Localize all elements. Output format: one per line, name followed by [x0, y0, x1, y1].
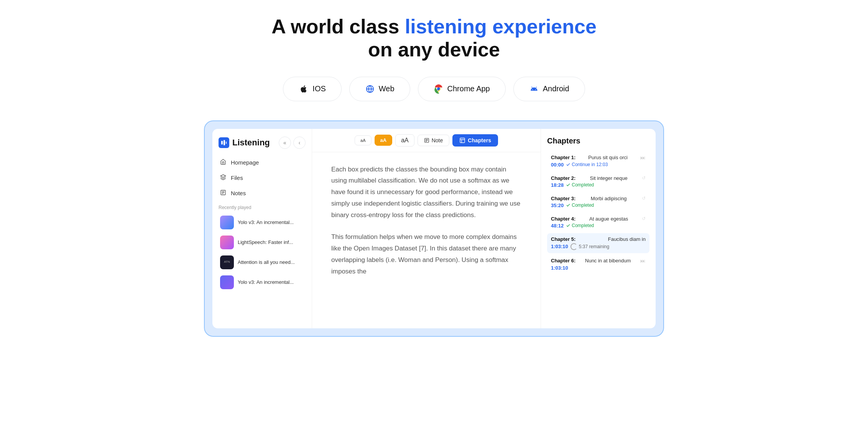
chapter-4-label: Chapter 4:: [551, 216, 575, 222]
chapter-5-status-text: 5:37 remaining: [570, 243, 609, 250]
main-content: aA aA aA Note: [312, 129, 541, 328]
check-icon-4: [566, 223, 570, 228]
chapter-6-title: Nunc in at bibendum: [585, 258, 631, 264]
check-icon-2: [566, 183, 570, 187]
headline-prefix: A world class: [271, 15, 405, 38]
sidebar-item-notes[interactable]: Notes: [215, 186, 309, 201]
sidebar-controls: « ‹: [279, 137, 306, 149]
layers-icon: [220, 174, 226, 182]
chapter-4-status-text: Completed: [566, 223, 594, 228]
globe-icon: [365, 84, 375, 94]
android-icon: [529, 84, 539, 94]
home-icon: [220, 159, 226, 166]
recent-item-light[interactable]: LightSpeech: Faster inf...: [215, 232, 309, 252]
chapter-1-time: 00:00: [551, 162, 564, 168]
logo-text: Listening: [232, 138, 270, 148]
font-medium-button[interactable]: aA: [375, 135, 393, 146]
chapter-4-title: At augue egestas: [589, 216, 628, 222]
chapter-item-2[interactable]: Chapter 2: Sit integer neque ↺ 18:28 Com…: [547, 172, 649, 191]
app-window: Listening « ‹ Homepage: [212, 129, 656, 328]
reader-body: Each box predicts the classes the boundi…: [312, 152, 541, 328]
thumb-yolo1: [220, 216, 234, 229]
back-button[interactable]: ‹: [293, 137, 306, 149]
chapter-5-title: Faucibus diam in: [608, 236, 646, 242]
platform-tab-chrome[interactable]: Chrome App: [418, 77, 506, 101]
sidebar-header: Listening « ‹: [212, 137, 312, 155]
chapter-5-status: 1:03:10 5:37 remaining: [551, 243, 646, 250]
chapter-4-header: Chapter 4: At augue egestas ↺: [551, 216, 646, 222]
sidebar-item-homepage[interactable]: Homepage: [215, 155, 309, 170]
homepage-label: Homepage: [231, 159, 259, 166]
svg-rect-3: [224, 140, 225, 145]
files-label: Files: [231, 175, 243, 181]
chapters-panel-title: Chapters: [547, 137, 649, 145]
check-icon: [566, 162, 570, 167]
svg-marker-5: [220, 175, 225, 177]
chapter-4-reload-icon: ↺: [642, 216, 646, 221]
note-button[interactable]: Note: [418, 135, 450, 146]
svg-rect-14: [460, 138, 465, 143]
chapter-2-reload-icon: ↺: [642, 175, 646, 181]
thumb-light: [220, 236, 234, 249]
recent-title-yolo1: Yolo v3: An incremental...: [238, 219, 294, 225]
reader-toolbar: aA aA aA Note: [312, 129, 541, 152]
chapter-6-header: Chapter 6: Nunc in at bibendum ⏭: [551, 258, 646, 264]
platform-tab-android[interactable]: Android: [513, 77, 585, 101]
chapter-5-time: 1:03:10: [551, 244, 568, 249]
chapter-item-1[interactable]: Chapter 1: Purus sit quis orci ⏭ 00:00 C…: [547, 152, 649, 171]
loading-spinner-icon: [570, 243, 577, 250]
chapter-2-time: 18:28: [551, 182, 564, 188]
svg-rect-2: [221, 141, 223, 145]
chapter-4-time: 48:12: [551, 223, 564, 229]
chapter-3-reload-icon: ↺: [642, 196, 646, 201]
platform-tab-web[interactable]: Web: [349, 77, 410, 101]
recent-item-yolo2[interactable]: Yolo v3: An incremental...: [215, 272, 309, 292]
chapter-1-label: Chapter 1:: [551, 155, 575, 160]
chapter-3-time: 35:20: [551, 203, 564, 208]
chrome-label: Chrome App: [447, 84, 490, 93]
chapter-1-skip-icon: ⏭: [640, 155, 646, 161]
headline-suffix: on any device: [368, 38, 500, 61]
chapter-3-label: Chapter 3:: [551, 196, 575, 201]
notes-label: Notes: [231, 190, 246, 196]
chapter-1-status: 00:00 Continue in 12:03: [551, 162, 646, 168]
chapter-item-4[interactable]: Chapter 4: At augue egestas ↺ 48:12 Comp…: [547, 213, 649, 232]
reader-paragraph-2: This formulation helps when we move to m…: [331, 231, 521, 277]
logo-icon: [219, 137, 229, 148]
recent-item-yolo1[interactable]: Yolo v3: An incremental...: [215, 212, 309, 232]
sidebar: Listening « ‹ Homepage: [212, 129, 312, 328]
chapter-item-6[interactable]: Chapter 6: Nunc in at bibendum ⏭ 1:03:10: [547, 255, 649, 274]
web-label: Web: [379, 84, 395, 93]
chapter-item-5[interactable]: Chapter 5: Faucibus diam in 1:03:10 5:37…: [547, 233, 649, 253]
chapter-6-label: Chapter 6:: [551, 258, 575, 264]
sidebar-nav: Homepage Files: [212, 155, 312, 201]
apple-icon: [299, 84, 309, 94]
chapter-1-header: Chapter 1: Purus sit quis orci ⏭: [551, 155, 646, 161]
collapse-sidebar-button[interactable]: «: [279, 137, 291, 149]
thumb-attention: ATN: [220, 255, 234, 269]
chapter-4-status: 48:12 Completed: [551, 223, 646, 229]
font-large-button[interactable]: aA: [395, 134, 414, 147]
ios-label: IOS: [312, 84, 326, 93]
chapter-3-title: Morbi adipiscing: [591, 196, 627, 201]
recent-item-attention[interactable]: ATN Attention is all you need...: [215, 252, 309, 272]
chapter-2-label: Chapter 2:: [551, 175, 575, 181]
chapter-3-status-text: Completed: [566, 203, 594, 208]
reader-paragraph-1: Each box predicts the classes the boundi…: [331, 164, 521, 221]
note-icon: [220, 189, 226, 197]
chapter-item-3[interactable]: Chapter 3: Morbi adipiscing ↺ 35:20 Comp…: [547, 193, 649, 211]
page-headline: A world class listening experience on an…: [261, 15, 607, 61]
note-btn-label: Note: [432, 137, 443, 143]
note-btn-icon: [424, 138, 429, 143]
font-small-button[interactable]: aA: [355, 135, 371, 145]
platform-tab-ios[interactable]: IOS: [283, 77, 341, 101]
recent-title-attention: Attention is all you need...: [238, 259, 295, 265]
sidebar-item-files[interactable]: Files: [215, 170, 309, 186]
chapter-6-time: 1:03:10: [551, 265, 568, 271]
chapter-3-header: Chapter 3: Morbi adipiscing ↺: [551, 196, 646, 201]
chapters-button[interactable]: Chapters: [452, 134, 498, 147]
headline-highlight: listening experience: [405, 15, 597, 38]
chapter-1-status-text: Continue in 12:03: [566, 162, 608, 167]
chrome-icon: [434, 84, 444, 94]
chapter-2-header: Chapter 2: Sit integer neque ↺: [551, 175, 646, 181]
